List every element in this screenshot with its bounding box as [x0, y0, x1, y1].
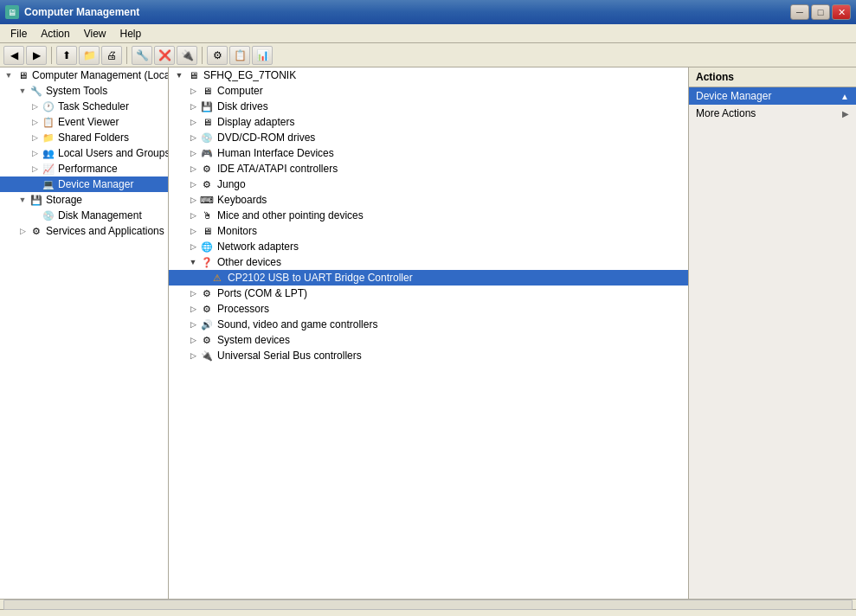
group-network[interactable]: ▷ 🌐 Network adapters: [169, 239, 688, 254]
computer-expander: ▷: [186, 84, 200, 98]
menu-action[interactable]: Action: [34, 25, 76, 42]
disk-drives-expander: ▷: [186, 99, 200, 113]
chart-button[interactable]: 📊: [252, 46, 273, 65]
group-display[interactable]: ▷ 🖥 Display adapters: [169, 114, 688, 130]
print-button[interactable]: 🖨: [101, 46, 122, 65]
folder-button[interactable]: 📁: [79, 46, 100, 65]
group-ports[interactable]: ▷ ⚙ Ports (COM & LPT): [169, 286, 688, 301]
shared-expander: ▷: [28, 131, 42, 144]
monitors-icon: 🖥: [200, 224, 214, 238]
display-icon: 🖥: [200, 115, 214, 129]
group-ide[interactable]: ▷ ⚙ IDE ATA/ATAPI controllers: [169, 161, 688, 176]
event-expander: ▷: [28, 115, 42, 129]
group-other-devices[interactable]: ▼ ❓ Other devices: [169, 254, 688, 270]
task-icon: 🕐: [42, 99, 55, 113]
action-dm-label: Device Manager: [696, 90, 771, 102]
group-monitors[interactable]: ▷ 🖥 Monitors: [169, 223, 688, 239]
maximize-button[interactable]: □: [811, 4, 830, 20]
actions-header: Actions: [689, 67, 856, 87]
device-root-icon: 🖥: [186, 68, 200, 82]
action-more-actions[interactable]: More Actions ▶: [689, 105, 856, 122]
hid-expander: ▷: [186, 146, 200, 160]
tree-system-tools[interactable]: ▼ 🔧 System Tools: [0, 83, 168, 99]
menu-file[interactable]: File: [3, 25, 34, 42]
network-label: Network adapters: [217, 241, 299, 253]
device-root-expander: ▼: [172, 68, 186, 82]
action-more-arrow: ▶: [842, 109, 849, 119]
action-dm-arrow: ▲: [840, 92, 849, 101]
tree-services[interactable]: ▷ ⚙ Services and Applications: [0, 223, 168, 239]
tree-shared-folders[interactable]: ▷ 📁 Shared Folders: [0, 130, 168, 145]
keyboards-expander: ▷: [186, 193, 200, 207]
system-tools-label: System Tools: [46, 85, 107, 97]
mice-icon: 🖱: [200, 209, 214, 222]
ports-icon: ⚙: [200, 286, 214, 300]
properties-button[interactable]: 🔧: [132, 46, 152, 65]
system-tools-expander: ▼: [16, 84, 29, 98]
jungo-expander: ▷: [186, 177, 200, 191]
dm-icon: 💻: [42, 177, 55, 191]
tree-root[interactable]: ▼ 🖥 Computer Management (Local: [0, 67, 168, 83]
horizontal-scrollbar[interactable]: [3, 600, 853, 610]
group-keyboards[interactable]: ▷ ⌨ Keyboards: [169, 192, 688, 208]
other-expander: ▼: [186, 255, 200, 269]
computer-group-label: Computer: [217, 85, 263, 97]
toolbar-separator-1: [51, 47, 52, 64]
group-jungo[interactable]: ▷ ⚙ Jungo: [169, 176, 688, 192]
action-device-manager[interactable]: Device Manager ▲: [689, 87, 856, 105]
group-hid[interactable]: ▷ 🎮 Human Interface Devices: [169, 145, 688, 161]
usb-icon: 🔌: [200, 349, 214, 363]
storage-icon: 💾: [29, 193, 43, 207]
dm-label: Device Manager: [58, 178, 133, 190]
perf-icon: 📈: [42, 162, 55, 176]
usb-label: Universal Serial Bus controllers: [217, 350, 362, 362]
device-cp2102[interactable]: ⚠ CP2102 USB to UART Bridge Controller: [169, 270, 688, 286]
group-system-devices[interactable]: ▷ ⚙ System devices: [169, 332, 688, 348]
back-button[interactable]: ◀: [3, 46, 24, 65]
task-expander: ▷: [28, 99, 42, 113]
task-label: Task Scheduler: [58, 100, 129, 112]
remove-button[interactable]: ❌: [154, 46, 175, 65]
settings-button[interactable]: ⚙: [207, 46, 228, 65]
ports-expander: ▷: [186, 286, 200, 300]
list-button[interactable]: 📋: [229, 46, 250, 65]
connect-button[interactable]: 🔌: [177, 46, 197, 65]
sound-expander: ▷: [186, 318, 200, 331]
other-icon: ❓: [200, 255, 214, 269]
group-computer[interactable]: ▷ 🖥 Computer: [169, 83, 688, 99]
group-sound[interactable]: ▷ 🔊 Sound, video and game controllers: [169, 317, 688, 332]
network-expander: ▷: [186, 240, 200, 253]
hid-label: Human Interface Devices: [217, 147, 334, 159]
group-dvd[interactable]: ▷ 💿 DVD/CD-ROM drives: [169, 130, 688, 145]
forward-button[interactable]: ▶: [26, 46, 47, 65]
group-mice[interactable]: ▷ 🖱 Mice and other pointing devices: [169, 208, 688, 223]
jungo-icon: ⚙: [200, 177, 214, 191]
dvd-expander: ▷: [186, 131, 200, 144]
ide-expander: ▷: [186, 162, 200, 176]
proc-expander: ▷: [186, 302, 200, 316]
group-processors[interactable]: ▷ ⚙ Processors: [169, 301, 688, 317]
tree-task-scheduler[interactable]: ▷ 🕐 Task Scheduler: [0, 99, 168, 114]
tree-event-viewer[interactable]: ▷ 📋 Event Viewer: [0, 114, 168, 130]
menu-view[interactable]: View: [77, 25, 113, 42]
tree-device-manager[interactable]: 💻 Device Manager: [0, 176, 168, 192]
services-label: Services and Applications: [46, 225, 164, 237]
scrollbar-area: [0, 599, 856, 609]
close-button[interactable]: ✕: [832, 4, 851, 20]
up-button[interactable]: ⬆: [56, 46, 77, 65]
right-panel: Actions Device Manager ▲ More Actions ▶: [689, 67, 856, 599]
device-root[interactable]: ▼ 🖥 SFHQ_EG_7TONIK: [169, 67, 688, 83]
tree-storage[interactable]: ▼ 💾 Storage: [0, 192, 168, 208]
minimize-button[interactable]: ─: [790, 4, 809, 20]
group-disk-drives[interactable]: ▷ 💾 Disk drives: [169, 99, 688, 114]
proc-label: Processors: [217, 303, 269, 315]
group-usb[interactable]: ▷ 🔌 Universal Serial Bus controllers: [169, 348, 688, 363]
tree-performance[interactable]: ▷ 📈 Performance: [0, 161, 168, 176]
tree-local-users[interactable]: ▷ 👥 Local Users and Groups: [0, 145, 168, 161]
toolbar-separator-3: [202, 47, 203, 64]
disk-icon: 💿: [42, 209, 55, 222]
ide-label: IDE ATA/ATAPI controllers: [217, 163, 338, 175]
menu-help[interactable]: Help: [113, 25, 149, 42]
left-panel: ▼ 🖥 Computer Management (Local ▼ 🔧 Syste…: [0, 67, 169, 599]
tree-disk-management[interactable]: 💿 Disk Management: [0, 208, 168, 223]
